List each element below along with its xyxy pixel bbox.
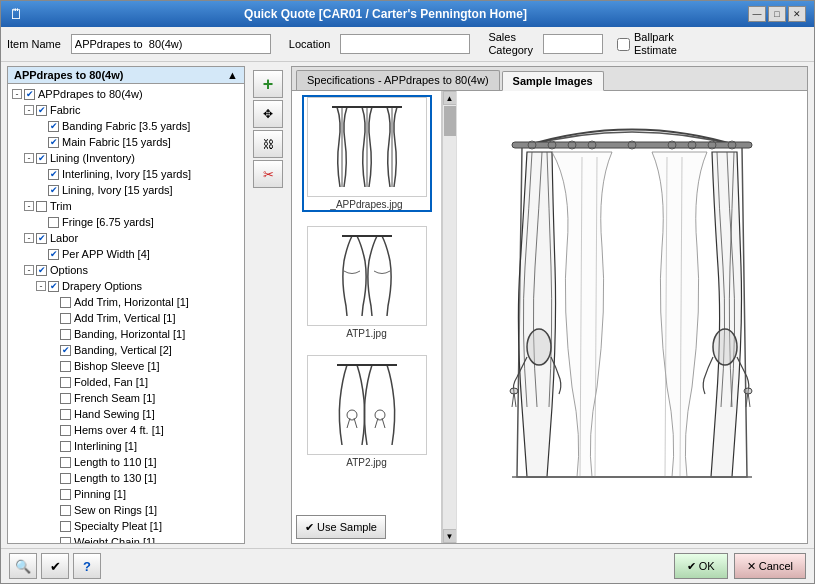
search-button[interactable]: 🔍 xyxy=(9,553,37,579)
tree-item-hems-4ft[interactable]: Hems over 4 ft. [1] xyxy=(10,422,242,438)
expand-btn-drapery-options[interactable]: - xyxy=(36,281,46,291)
checkbox-add-trim-h[interactable] xyxy=(60,297,71,308)
tree-item-interlining2[interactable]: Interlining [1] xyxy=(10,438,242,454)
thumbnails-list[interactable]: _APPdrapes.jpg xyxy=(292,91,442,511)
tree-item-pinning[interactable]: Pinning [1] xyxy=(10,486,242,502)
expand-btn-fabric[interactable]: - xyxy=(24,105,34,115)
checkbox-hems-4ft[interactable] xyxy=(60,425,71,436)
checkbox-add-trim-v[interactable] xyxy=(60,313,71,324)
tree-item-fringe[interactable]: Fringe [6.75 yards] xyxy=(10,214,242,230)
checkbox-pinning[interactable] xyxy=(60,489,71,500)
tree-item-add-trim-v[interactable]: Add Trim, Vertical [1] xyxy=(10,310,242,326)
checkbox-french-seam[interactable] xyxy=(60,393,71,404)
tab-sample-images[interactable]: Sample Images xyxy=(502,71,604,91)
thumbnail-appdrapes[interactable]: _APPdrapes.jpg xyxy=(302,95,432,212)
checkbox-length-110[interactable] xyxy=(60,457,71,468)
expand-btn-trim[interactable]: - xyxy=(24,201,34,211)
checkbox-sew-rings[interactable] xyxy=(60,505,71,516)
checkbox-fabric[interactable]: ✔ xyxy=(36,105,47,116)
cancel-button[interactable]: ✕ Cancel xyxy=(734,553,806,579)
scroll-up[interactable]: ▲ xyxy=(443,91,457,105)
link-button[interactable]: ⛓ xyxy=(253,130,283,158)
tree-item-french-seam[interactable]: French Seam [1] xyxy=(10,390,242,406)
scroll-up-arrow[interactable]: ▲ xyxy=(227,69,238,81)
use-sample-button[interactable]: ✔ Use Sample xyxy=(296,515,386,539)
add-button[interactable]: + xyxy=(253,70,283,98)
item-name-input[interactable] xyxy=(71,34,271,54)
title-bar: 🗒 Quick Quote [CAR01 / Carter's Penningt… xyxy=(1,1,814,27)
thumbnail-atp1[interactable]: ATP1.jpg xyxy=(302,224,432,341)
checkbox-specialty-pleat[interactable] xyxy=(60,521,71,532)
tree-item-per-app[interactable]: ✔Per APP Width [4] xyxy=(10,246,242,262)
tree-item-drapery-options[interactable]: -✔Drapery Options xyxy=(10,278,242,294)
checkbox-trim[interactable] xyxy=(36,201,47,212)
checkbox-length-130[interactable] xyxy=(60,473,71,484)
thumbnail-scrollbar[interactable]: ▲ ▼ xyxy=(442,91,456,543)
ok-button[interactable]: ✔ OK xyxy=(674,553,728,579)
checkbox-fringe[interactable] xyxy=(48,217,59,228)
checkbox-root[interactable]: ✔ xyxy=(24,89,35,100)
thumbnail-atp2[interactable]: ATP2.jpg xyxy=(302,353,432,470)
left-panel-tab[interactable]: APPdrapes to 80(4w) ▲ xyxy=(8,67,244,84)
tree-item-weight-chain[interactable]: Weight Chain [1] xyxy=(10,534,242,543)
checkbox-banding-v[interactable]: ✔ xyxy=(60,345,71,356)
tree-item-add-trim-h[interactable]: Add Trim, Horizontal [1] xyxy=(10,294,242,310)
checkbox-per-app[interactable]: ✔ xyxy=(48,249,59,260)
checkbox-folded-fan[interactable] xyxy=(60,377,71,388)
tree-item-length-110[interactable]: Length to 110 [1] xyxy=(10,454,242,470)
maximize-button[interactable]: □ xyxy=(768,6,786,22)
checkbox-interlining[interactable]: ✔ xyxy=(48,169,59,180)
tree-item-main-fabric[interactable]: ✔Main Fabric [15 yards] xyxy=(10,134,242,150)
expand-spacer-bishop-sleeve xyxy=(48,361,58,371)
tree-item-sew-rings[interactable]: Sew on Rings [1] xyxy=(10,502,242,518)
tree-item-specialty-pleat[interactable]: Specialty Pleat [1] xyxy=(10,518,242,534)
expand-btn-labor[interactable]: - xyxy=(24,233,34,243)
tree-item-banding-v[interactable]: ✔Banding, Vertical [2] xyxy=(10,342,242,358)
close-button[interactable]: ✕ xyxy=(788,6,806,22)
tree-item-fabric[interactable]: -✔Fabric xyxy=(10,102,242,118)
tree-item-options[interactable]: -✔Options xyxy=(10,262,242,278)
sales-category-input[interactable] xyxy=(543,34,603,54)
tree-item-interlining[interactable]: ✔Interlining, Ivory [15 yards] xyxy=(10,166,242,182)
delete-button[interactable]: ✂ xyxy=(253,160,283,188)
tree-item-hand-sewing[interactable]: Hand Sewing [1] xyxy=(10,406,242,422)
expand-btn-lining[interactable]: - xyxy=(24,153,34,163)
checkbox-lining-ivory[interactable]: ✔ xyxy=(48,185,59,196)
check-button[interactable]: ✔ xyxy=(41,553,69,579)
scroll-down[interactable]: ▼ xyxy=(443,529,457,543)
tree-item-folded-fan[interactable]: Folded, Fan [1] xyxy=(10,374,242,390)
checkbox-main-fabric[interactable]: ✔ xyxy=(48,137,59,148)
ballpark-checkbox[interactable] xyxy=(617,38,630,51)
minimize-button[interactable]: — xyxy=(748,6,766,22)
checkbox-options[interactable]: ✔ xyxy=(36,265,47,276)
checkbox-drapery-options[interactable]: ✔ xyxy=(48,281,59,292)
tree-item-trim[interactable]: -Trim xyxy=(10,198,242,214)
checkbox-lining[interactable]: ✔ xyxy=(36,153,47,164)
move-button[interactable]: ✥ xyxy=(253,100,283,128)
tree-area[interactable]: -✔APPdrapes to 80(4w)-✔Fabric✔Banding Fa… xyxy=(8,84,244,543)
checkbox-hand-sewing[interactable] xyxy=(60,409,71,420)
expand-btn-options[interactable]: - xyxy=(24,265,34,275)
help-button[interactable]: ? xyxy=(73,553,101,579)
tree-label-trim: Trim xyxy=(50,200,72,212)
tree-item-labor[interactable]: -✔Labor xyxy=(10,230,242,246)
checkbox-interlining2[interactable] xyxy=(60,441,71,452)
location-input[interactable] xyxy=(340,34,470,54)
tree-item-banding[interactable]: ✔Banding Fabric [3.5 yards] xyxy=(10,118,242,134)
tree-item-lining[interactable]: -✔Lining (Inventory) xyxy=(10,150,242,166)
checkbox-bishop-sleeve[interactable] xyxy=(60,361,71,372)
checkbox-weight-chain[interactable] xyxy=(60,537,71,543)
checkbox-banding-h[interactable] xyxy=(60,329,71,340)
tree-item-root[interactable]: -✔APPdrapes to 80(4w) xyxy=(10,86,242,102)
tree-item-lining-ivory[interactable]: ✔Lining, Ivory [15 yards] xyxy=(10,182,242,198)
tree-item-bishop-sleeve[interactable]: Bishop Sleeve [1] xyxy=(10,358,242,374)
expand-spacer-weight-chain xyxy=(48,537,58,543)
checkbox-banding[interactable]: ✔ xyxy=(48,121,59,132)
tab-specifications[interactable]: Specifications - APPdrapes to 80(4w) xyxy=(296,70,500,90)
tree-item-banding-h[interactable]: Banding, Horizontal [1] xyxy=(10,326,242,342)
expand-btn-root[interactable]: - xyxy=(12,89,22,99)
checkbox-labor[interactable]: ✔ xyxy=(36,233,47,244)
scroll-thumb[interactable] xyxy=(444,106,456,136)
tree-item-length-130[interactable]: Length to 130 [1] xyxy=(10,470,242,486)
scroll-track[interactable] xyxy=(443,105,457,529)
